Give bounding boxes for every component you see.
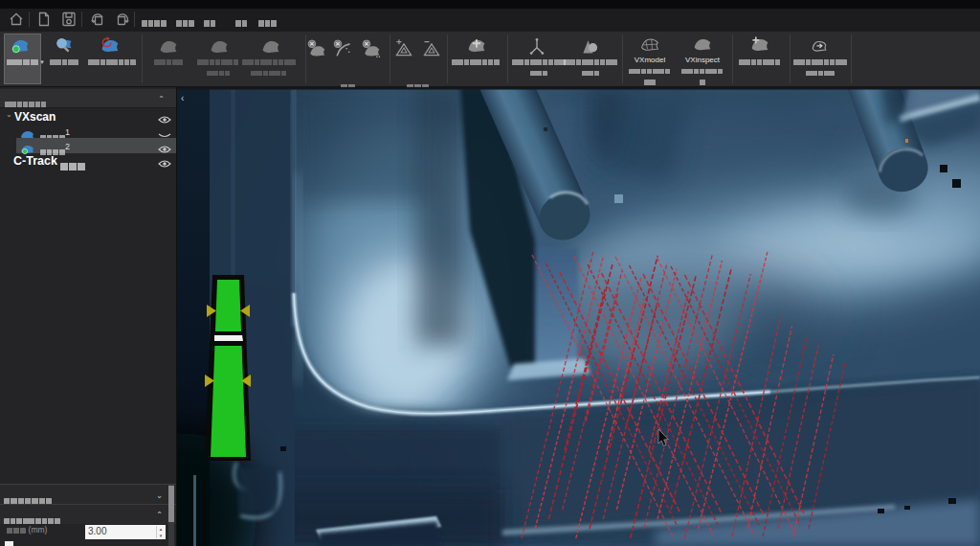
svg-text:‹: ‹: [181, 93, 184, 103]
